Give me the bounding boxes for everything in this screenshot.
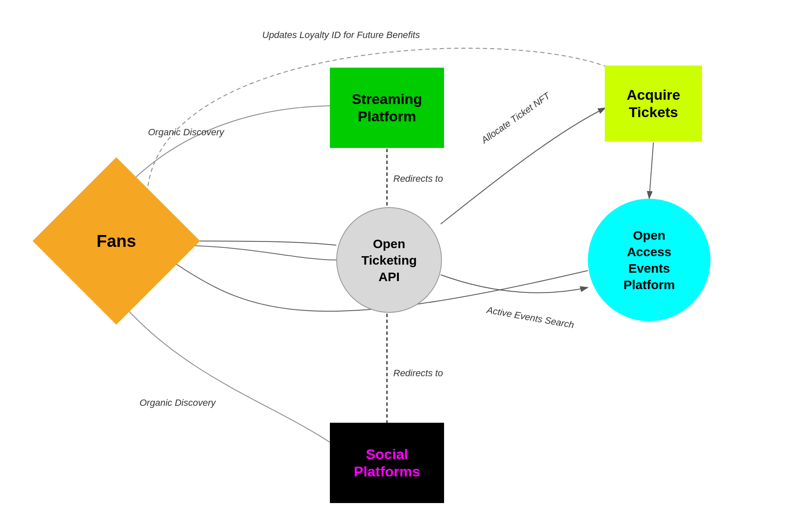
organic-top-label: Organic Discovery bbox=[148, 127, 225, 137]
allocate-label: Allocate Ticket NFT bbox=[479, 90, 552, 146]
loyalty-label: Updates Loyalty ID for Future Benefits bbox=[262, 30, 420, 40]
acquire-tickets-node: AcquireTickets bbox=[605, 66, 702, 142]
acquire-tickets-label: AcquireTickets bbox=[627, 86, 680, 121]
active-events-label: Active Events Search bbox=[485, 304, 575, 330]
organic-top-line bbox=[123, 106, 338, 190]
open-access-events-platform-label: OpenAccessEventsPlatform bbox=[623, 227, 675, 293]
redirects-top-label: Redirects to bbox=[393, 173, 443, 184]
active-events-line bbox=[441, 275, 588, 293]
social-platforms-node: SocialPlatforms bbox=[330, 423, 444, 503]
redirects-bottom-label: Redirects to bbox=[393, 368, 443, 378]
open-ticketing-api-label: OpenTicketingAPI bbox=[361, 235, 417, 285]
social-platforms-label: SocialPlatforms bbox=[354, 446, 420, 480]
organic-bottom-line bbox=[123, 304, 338, 448]
allocate-line bbox=[441, 108, 606, 224]
diagram-container: Updates Loyalty ID for Future Benefits O… bbox=[0, 0, 812, 528]
streaming-platform-label: StreamingPlatform bbox=[352, 90, 422, 125]
acquire-to-openaccess-line bbox=[649, 142, 653, 199]
organic-bottom-label: Organic Discovery bbox=[140, 397, 217, 408]
open-access-events-platform-node: OpenAccessEventsPlatform bbox=[588, 199, 710, 321]
fans-right-to-api bbox=[169, 245, 336, 260]
streaming-platform-node: StreamingPlatform bbox=[330, 68, 444, 148]
open-ticketing-api-node: OpenTicketingAPI bbox=[336, 207, 442, 313]
